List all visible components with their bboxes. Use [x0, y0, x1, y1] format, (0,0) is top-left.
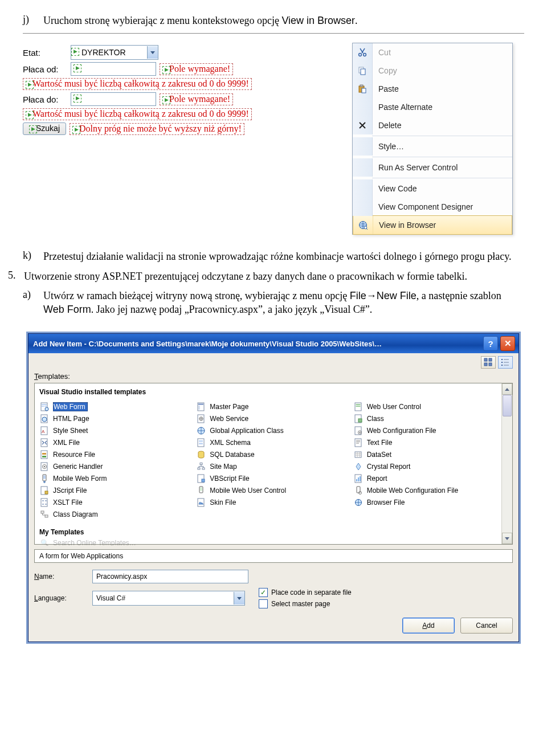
button-szukaj[interactable]: ▶Szukaj: [23, 122, 66, 135]
svg-rect-20: [42, 404, 47, 405]
svg-point-25: [42, 417, 47, 422]
marker-5: 5.: [8, 269, 19, 283]
menu-item-style[interactable]: Style…: [353, 137, 512, 156]
svg-rect-36: [43, 475, 46, 479]
skin-icon: [196, 498, 206, 507]
chevron-down-icon: [237, 597, 242, 600]
input-placa-do[interactable]: ▶: [71, 92, 156, 106]
svg-rect-54: [198, 468, 200, 469]
scrollbar[interactable]: [501, 383, 512, 544]
global-icon: [196, 426, 206, 435]
template-report[interactable]: Report: [353, 472, 510, 484]
svg-rect-12: [489, 363, 492, 366]
scroll-down-button[interactable]: [502, 533, 512, 544]
add-button[interactable]: Add: [402, 618, 455, 634]
template-text-file[interactable]: Text File: [353, 436, 510, 448]
dropdown-button[interactable]: [147, 46, 158, 59]
validator-required-do: ▶Pole wymagane!: [160, 93, 233, 105]
menu-item-run-server[interactable]: Run As Server Control: [353, 158, 512, 177]
template-style-sheet[interactable]: AStyle Sheet: [39, 424, 196, 436]
handler-icon: [39, 462, 50, 471]
scroll-up-button[interactable]: [502, 383, 512, 395]
template-resource-file[interactable]: Resource File: [39, 448, 196, 460]
small-icons-button[interactable]: [498, 356, 513, 369]
template-html-page[interactable]: HTML Page: [39, 412, 196, 424]
template-skin-file[interactable]: Skin File: [196, 496, 353, 508]
smarttag-icon: ▶: [71, 48, 79, 56]
web-uc-icon: [353, 402, 364, 411]
screenshot-form-and-menu: Etat: ▶ DYREKTOR Płaca od: ▶ ▶Pole wymag…: [23, 43, 524, 235]
menu-item-paste[interactable]: Paste: [353, 80, 512, 98]
scroll-thumb[interactable]: [503, 395, 512, 416]
smarttag-icon: ▶: [74, 95, 81, 103]
dropdown-button[interactable]: [234, 592, 244, 604]
list-item-k: k) Przetestuj działanie walidacji na str…: [23, 250, 524, 263]
class-icon: [353, 414, 364, 423]
menu-item-view-in-browser[interactable]: View in Browser: [353, 216, 512, 234]
template-mobile-web-user-control[interactable]: Mobile Web User Control: [196, 484, 353, 496]
divider: [23, 33, 524, 34]
svg-rect-75: [357, 487, 360, 493]
label-placa-od: Płaca od:: [23, 64, 67, 74]
svg-rect-59: [200, 487, 202, 491]
help-button[interactable]: ?: [483, 336, 498, 351]
template-master-page[interactable]: Master Page: [196, 401, 353, 412]
template-web-config[interactable]: Web Configuration File: [353, 424, 510, 436]
paste-icon: [357, 84, 368, 93]
svg-rect-5: [360, 85, 363, 87]
template-class-diagram[interactable]: Class Diagram: [39, 508, 196, 520]
checkbox-master-page[interactable]: Select master page: [259, 599, 352, 608]
template-global-app-class[interactable]: Global Application Class: [196, 424, 353, 436]
template-xml-schema[interactable]: XML Schema: [196, 436, 353, 448]
template-web-user-control[interactable]: Web User Control: [353, 401, 510, 412]
text-k: Przetestuj działanie walidacji na stroni…: [43, 250, 524, 263]
name-input[interactable]: Pracownicy.aspx: [92, 570, 248, 583]
smarttag-icon: ▶: [29, 125, 37, 133]
menu-item-copy[interactable]: Copy: [353, 62, 512, 80]
large-icons-button[interactable]: [481, 356, 496, 369]
input-placa-od[interactable]: ▶: [71, 62, 156, 76]
template-dataset[interactable]: DataSet: [353, 448, 510, 460]
template-web-service[interactable]: Web Service: [196, 412, 353, 424]
search-icon: 🔍: [39, 540, 50, 546]
dialog-titlebar: Add New Item - C:\Documents and Settings…: [28, 334, 519, 353]
dialog-title: Add New Item - C:\Documents and Settings…: [33, 340, 481, 348]
template-site-map[interactable]: Site Map: [196, 460, 353, 472]
template-mobile-web-config[interactable]: Mobile Web Configuration File: [353, 484, 510, 496]
template-crystal-report[interactable]: Crystal Report: [353, 460, 510, 472]
menu-item-view-code[interactable]: View Code: [353, 179, 512, 198]
list-item-a: a) Utwórz w ramach bieżącej witryny nową…: [23, 289, 524, 317]
menu-item-paste-alternate[interactable]: Paste Alternate: [353, 98, 512, 116]
svg-rect-55: [202, 468, 205, 469]
template-sql-database[interactable]: SQL Database: [196, 448, 353, 460]
search-online-templates[interactable]: 🔍 Search Online Templates…: [39, 540, 510, 546]
validator-required-od: ▶Pole wymagane!: [160, 63, 233, 75]
template-web-form[interactable]: Web Form: [39, 401, 196, 412]
cancel-button[interactable]: Cancel: [460, 618, 513, 634]
report-icon: [353, 474, 364, 483]
template-jscript-file[interactable]: JScript File: [39, 484, 196, 496]
language-combo[interactable]: Visual C#: [92, 591, 245, 606]
smarttag-icon: ▶: [26, 111, 34, 119]
combo-etat[interactable]: ▶ DYREKTOR: [71, 45, 158, 60]
template-class[interactable]: Class: [353, 412, 510, 424]
menu-item-delete[interactable]: Delete: [353, 116, 512, 134]
vbscript-icon: [196, 474, 206, 483]
template-xml-file[interactable]: XML File: [39, 436, 196, 448]
templates-col-1: Web Form HTML Page AStyle Sheet XML File…: [39, 401, 196, 520]
checkbox-separate-file[interactable]: Place code in separate file: [259, 588, 352, 597]
svg-rect-57: [202, 479, 205, 482]
template-vbscript-file[interactable]: VBScript File: [196, 472, 353, 484]
menu-item-view-component-designer[interactable]: View Component Designer: [353, 198, 512, 216]
template-browser-file[interactable]: Browser File: [353, 496, 510, 508]
template-xslt-file[interactable]: XSLT File: [39, 496, 196, 508]
menu-item-cut[interactable]: Cut: [353, 43, 512, 62]
svg-rect-62: [356, 404, 360, 405]
svg-rect-65: [358, 419, 362, 422]
crystal-icon: [353, 462, 364, 471]
template-mobile-web-form[interactable]: Mobile Web Form: [39, 472, 196, 484]
svg-rect-73: [358, 477, 359, 481]
list-item-5: 5. Utworzenie strony ASP.NET prezentując…: [8, 269, 524, 283]
template-generic-handler[interactable]: Generic Handler: [39, 460, 196, 472]
close-button[interactable]: ✕: [500, 336, 515, 351]
